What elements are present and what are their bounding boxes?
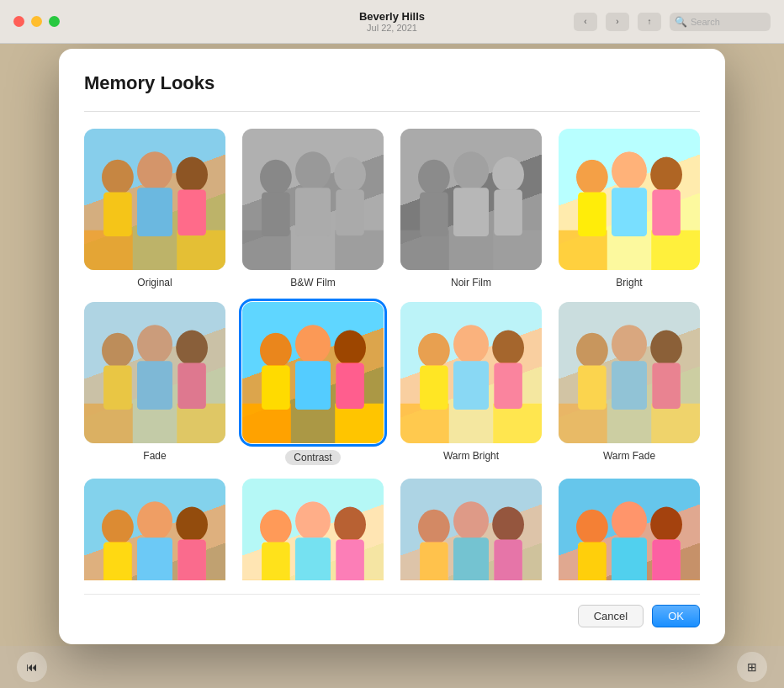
svg-point-68 xyxy=(612,325,647,363)
svg-rect-42 xyxy=(137,361,172,410)
look-item-cool-contrast[interactable]: Cool Contrast xyxy=(559,479,700,580)
close-button[interactable] xyxy=(13,16,24,27)
back-button[interactable]: ‹ xyxy=(574,13,597,31)
look-item-warm-fade[interactable]: Warm Fade xyxy=(559,302,700,465)
svg-point-104 xyxy=(612,501,647,540)
svg-rect-60 xyxy=(453,361,489,410)
look-item-warm-contrast[interactable]: Warm Contrast xyxy=(84,479,225,580)
svg-rect-94 xyxy=(420,542,448,580)
window-subtitle: Jul 22, 2021 xyxy=(359,23,425,33)
svg-point-14 xyxy=(295,151,331,190)
svg-point-39 xyxy=(102,333,134,368)
look-label-warm-fade: Warm Fade xyxy=(603,450,655,462)
svg-point-57 xyxy=(418,333,450,368)
look-item-fade[interactable]: Fade xyxy=(84,302,225,465)
svg-rect-29 xyxy=(651,230,700,270)
svg-point-79 xyxy=(176,507,208,542)
cancel-button[interactable]: Cancel xyxy=(578,605,644,627)
svg-rect-33 xyxy=(612,188,647,236)
look-label-fade: Fade xyxy=(143,450,166,462)
svg-rect-49 xyxy=(262,366,290,410)
memory-looks-modal: Memory Looks OriginalB&W FilmNoir FilmBr… xyxy=(59,49,725,644)
svg-rect-103 xyxy=(578,542,607,580)
svg-point-50 xyxy=(295,325,331,363)
skip-back-button[interactable]: ⏮ xyxy=(17,652,47,682)
share-button[interactable]: ↑ xyxy=(638,13,661,31)
titlebar: Beverly Hills Jul 22, 2021 ‹ › ↑ 🔍 Searc… xyxy=(0,0,784,44)
svg-point-25 xyxy=(492,157,524,193)
look-thumb-cool-fade xyxy=(400,479,542,580)
svg-rect-53 xyxy=(336,363,364,409)
look-thumb-warm-bright xyxy=(400,302,542,443)
svg-rect-98 xyxy=(494,539,522,580)
svg-rect-4 xyxy=(103,193,132,237)
svg-rect-26 xyxy=(494,189,522,236)
svg-point-30 xyxy=(576,160,608,195)
svg-point-52 xyxy=(334,331,366,366)
look-thumb-warm-contrast xyxy=(84,479,225,580)
maximize-button[interactable] xyxy=(49,16,60,27)
look-label-noir-film: Noir Film xyxy=(451,277,491,288)
svg-point-95 xyxy=(453,501,489,540)
look-item-cool-fade[interactable]: Cool Fade xyxy=(400,479,542,580)
forward-icon: › xyxy=(616,17,618,26)
minimize-button[interactable] xyxy=(31,16,42,27)
search-box[interactable]: 🔍 Search xyxy=(670,13,771,31)
back-icon: ‹ xyxy=(584,17,586,26)
look-item-original[interactable]: Original xyxy=(84,129,225,288)
svg-rect-78 xyxy=(137,537,172,580)
share-icon: ↑ xyxy=(648,17,652,26)
look-thumb-cool-bright xyxy=(242,479,384,580)
svg-rect-51 xyxy=(295,361,331,410)
ok-button[interactable]: OK xyxy=(652,605,700,627)
svg-rect-89 xyxy=(336,539,364,580)
window-title: Beverly Hills xyxy=(359,10,425,23)
forward-button[interactable]: › xyxy=(606,13,629,31)
svg-rect-80 xyxy=(177,539,206,580)
svg-rect-65 xyxy=(651,404,700,443)
look-label-bw-film: B&W Film xyxy=(290,277,335,288)
look-item-noir-film[interactable]: Noir Film xyxy=(400,129,542,288)
svg-point-70 xyxy=(650,331,682,366)
svg-rect-105 xyxy=(612,537,647,580)
svg-point-34 xyxy=(650,157,682,193)
svg-rect-85 xyxy=(262,542,290,580)
look-item-bright[interactable]: Bright xyxy=(559,129,700,288)
modal-divider xyxy=(84,111,700,112)
look-item-warm-bright[interactable]: Warm Bright xyxy=(400,302,542,465)
svg-point-7 xyxy=(176,157,208,193)
look-label-bright: Bright xyxy=(616,277,642,288)
look-item-cool-bright[interactable]: Cool Bright xyxy=(242,479,384,580)
svg-point-102 xyxy=(576,510,608,545)
look-thumb-warm-fade xyxy=(559,302,700,443)
svg-point-61 xyxy=(492,331,524,366)
svg-point-66 xyxy=(576,333,608,368)
svg-point-106 xyxy=(650,507,682,542)
grid-button[interactable]: ⊞ xyxy=(737,652,767,682)
svg-rect-8 xyxy=(177,189,206,236)
svg-point-12 xyxy=(260,160,292,195)
svg-rect-17 xyxy=(336,189,364,236)
svg-rect-35 xyxy=(652,189,681,236)
look-label-original: Original xyxy=(137,277,172,288)
look-thumb-fade xyxy=(84,302,225,443)
modal-title: Memory Looks xyxy=(84,72,700,94)
svg-rect-76 xyxy=(103,542,132,580)
svg-point-5 xyxy=(137,151,172,190)
svg-rect-87 xyxy=(295,537,331,580)
svg-rect-31 xyxy=(578,193,607,237)
modal-footer: Cancel OK xyxy=(84,594,700,627)
traffic-lights xyxy=(13,16,60,27)
svg-point-21 xyxy=(418,160,450,195)
svg-point-93 xyxy=(418,510,450,545)
svg-point-84 xyxy=(260,510,292,545)
looks-grid: OriginalB&W FilmNoir FilmBrightFadeContr… xyxy=(84,129,700,580)
svg-rect-47 xyxy=(335,404,384,443)
svg-rect-40 xyxy=(103,366,132,410)
look-item-bw-film[interactable]: B&W Film xyxy=(242,129,384,288)
svg-point-77 xyxy=(137,501,172,540)
look-item-contrast[interactable]: Contrast xyxy=(242,302,384,465)
svg-point-23 xyxy=(453,151,489,190)
svg-rect-56 xyxy=(493,404,542,443)
svg-rect-96 xyxy=(453,537,489,580)
